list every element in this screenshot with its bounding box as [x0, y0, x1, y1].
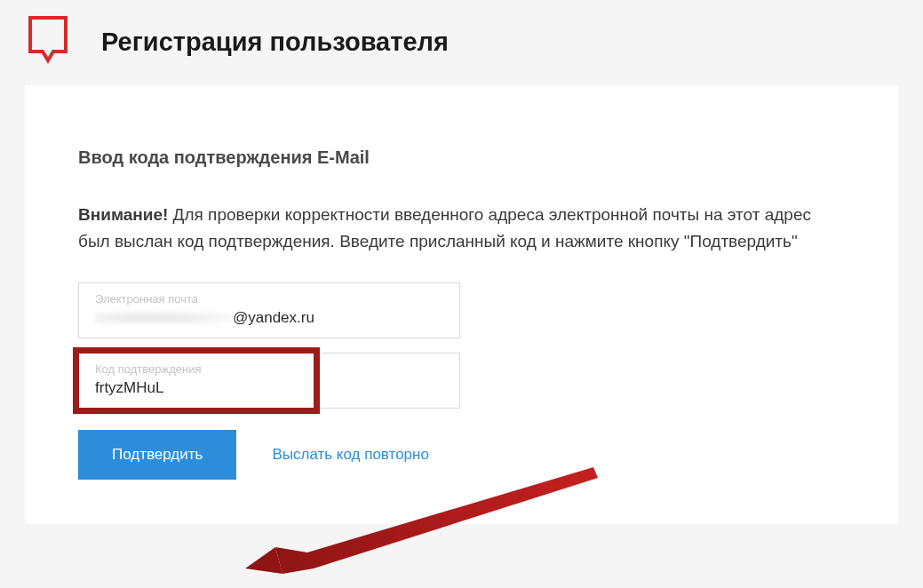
instruction-text: Внимание! Для проверки корректности введ… [78, 202, 845, 256]
email-blurred-part [95, 310, 233, 326]
email-field-value: @yandex.ru [95, 309, 443, 327]
actions-row: Подтвердить Выслать код повторно [78, 430, 845, 480]
subheading: Ввод кода подтверждения E-Mail [78, 147, 845, 168]
email-domain: @yandex.ru [233, 309, 314, 326]
email-field-group: Электронная почта @yandex.ru [78, 282, 460, 338]
resend-code-link[interactable]: Выслать код повторно [272, 446, 428, 464]
code-field-group[interactable]: Код подтверждения [78, 353, 460, 409]
instruction-bold: Внимание! [78, 205, 168, 224]
instruction-rest: Для проверки корректности введенного адр… [78, 205, 811, 250]
confirm-button[interactable]: Подтвердить [78, 430, 236, 480]
page-header: Регистрация пользователя [0, 0, 923, 85]
code-input[interactable] [95, 379, 443, 397]
code-field-wrapper: Код подтверждения [78, 353, 460, 409]
email-field-label: Электронная почта [95, 292, 443, 306]
mosru-logo-icon [27, 16, 69, 68]
svg-marker-1 [245, 547, 282, 574]
code-field-label: Код подтверждения [95, 362, 443, 376]
page-title: Регистрация пользователя [101, 28, 449, 57]
svg-marker-0 [275, 467, 598, 574]
content-card: Ввод кода подтверждения E-Mail Внимание!… [25, 85, 898, 524]
